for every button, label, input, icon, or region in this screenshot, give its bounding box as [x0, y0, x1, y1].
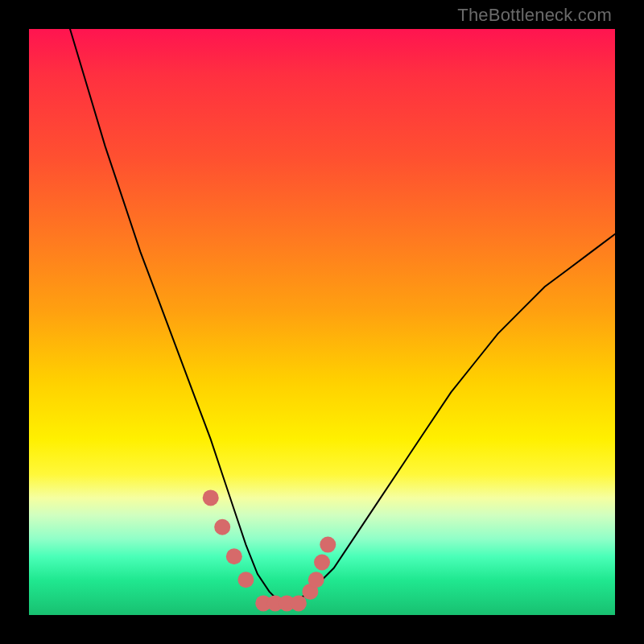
highlight-dot	[214, 519, 230, 535]
highlight-dot	[203, 489, 219, 506]
highlight-dot	[226, 548, 242, 564]
chart-svg	[29, 29, 615, 615]
highlight-dot	[308, 572, 324, 588]
highlight-dot	[237, 572, 254, 588]
bottleneck-curve	[70, 29, 615, 603]
highlight-dot	[314, 555, 330, 571]
highlight-dot	[320, 537, 336, 553]
chart-frame: TheBottleneck.com	[0, 0, 644, 644]
highlight-dots-group	[203, 489, 336, 611]
plot-area	[29, 29, 615, 615]
watermark-label: TheBottleneck.com	[457, 5, 612, 26]
highlight-dot	[291, 595, 307, 611]
